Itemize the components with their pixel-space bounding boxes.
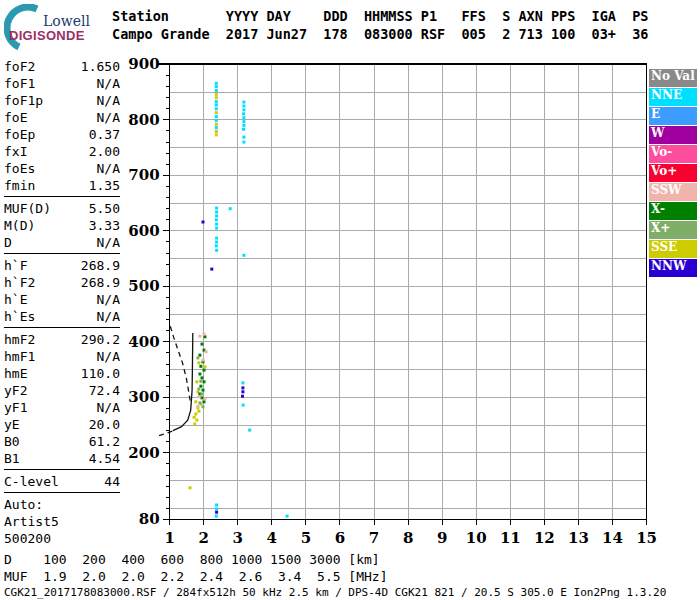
param-value: N/A	[97, 160, 120, 177]
param-label: h`E	[4, 291, 27, 308]
data-point	[215, 227, 218, 230]
data-point	[205, 350, 208, 353]
data-point	[199, 385, 202, 388]
data-point	[286, 515, 289, 518]
data-point	[242, 141, 245, 144]
param-value: 268.9	[81, 257, 120, 274]
param-label: B1	[4, 450, 20, 467]
y-axis-label: 800	[128, 111, 159, 129]
param-label: B0	[4, 433, 20, 450]
legend-item-nnw: NNW	[649, 259, 697, 277]
param-row: yE20.0	[4, 416, 120, 433]
data-point	[215, 130, 218, 133]
header-block: Station YYYY DAY DDD HHMMSS P1 FFS S AXN…	[112, 7, 648, 43]
data-point	[196, 405, 199, 408]
data-point	[215, 133, 218, 136]
param-row: h`F268.9	[4, 257, 120, 274]
data-point	[215, 223, 218, 226]
logo-line1: Lowell	[43, 13, 90, 29]
y-axis-label: 200	[128, 444, 159, 462]
legend-item-e: E	[649, 107, 697, 125]
param-row: foEsN/A	[4, 160, 120, 177]
params-panel: foF21.650foF1N/AfoF1pN/AfoEN/AfoEp0.37fx…	[4, 58, 120, 547]
data-point	[202, 405, 205, 408]
param-label: yE	[4, 416, 20, 433]
lowell-digisonde-logo: Lowell DIGISONDE	[4, 4, 110, 50]
data-point	[242, 124, 245, 127]
data-point	[215, 214, 218, 217]
param-value: N/A	[97, 399, 120, 416]
data-point	[189, 486, 192, 489]
param-row: B14.54	[4, 450, 120, 467]
param-value: N/A	[97, 75, 120, 92]
data-point	[242, 116, 245, 119]
data-point	[241, 390, 244, 393]
data-point	[229, 207, 232, 210]
x-axis-label: 7	[369, 529, 379, 547]
x-axis-label: 14	[602, 529, 623, 547]
curve-profile-solid	[173, 333, 193, 431]
param-value: 5.50	[89, 200, 120, 217]
data-point	[197, 395, 200, 398]
param-value: 72.4	[89, 382, 120, 399]
param-value: 268.9	[81, 274, 120, 291]
data-point	[215, 126, 218, 129]
data-point	[203, 380, 206, 383]
header-row2: Campo Grande 2017 Jun27 178 083000 RSF 0…	[112, 26, 648, 42]
data-point	[202, 389, 205, 392]
data-point	[215, 511, 218, 514]
param-divider	[4, 492, 120, 493]
param-divider	[4, 327, 120, 328]
data-point	[242, 108, 245, 111]
param-value: N/A	[97, 92, 120, 109]
data-point	[199, 365, 202, 368]
data-point	[193, 423, 196, 426]
data-point	[199, 380, 202, 383]
legend-item-x: X-	[649, 202, 697, 220]
data-point	[248, 429, 251, 432]
legend-item-nne: NNE	[649, 88, 697, 106]
axes: 9008007006005004003002008012345678910111…	[128, 55, 657, 547]
param-value: 1.650	[81, 58, 120, 75]
param-value: N/A	[97, 109, 120, 126]
param-label: MUF(D)	[4, 200, 51, 217]
data-point	[201, 343, 204, 346]
data-point	[203, 333, 206, 336]
param-label: h`Es	[4, 308, 35, 325]
y-axis-label: 900	[128, 55, 159, 73]
status-line: CGK21_2017178083000.RSF / 284fx512h 50 k…	[4, 586, 666, 599]
param-value: 20.0	[89, 416, 120, 433]
data-point	[241, 386, 244, 389]
param-row: hmF2290.2	[4, 331, 120, 348]
x-axis-label: 6	[335, 529, 345, 547]
param-label: C-level	[4, 473, 59, 490]
data-point	[203, 369, 206, 372]
x-axis-label: 15	[636, 529, 657, 547]
param-value: N/A	[97, 348, 120, 365]
data-point	[215, 89, 218, 92]
param-value: 0.37	[89, 126, 120, 143]
series-sse	[189, 93, 218, 489]
param-row: fxI2.00	[4, 143, 120, 160]
muf-row: MUF 1.9 2.0 2.0 2.2 2.4 2.6 3.4 5.5 [MHz…	[4, 569, 388, 584]
data-point	[198, 354, 201, 357]
param-footer-line: 500200	[4, 530, 120, 547]
data-point	[203, 400, 206, 403]
param-row: foF1pN/A	[4, 92, 120, 109]
data-point	[198, 401, 201, 404]
data-point	[242, 404, 245, 407]
x-axis-label: 11	[500, 529, 521, 547]
direction-legend: No ValNNEEWVo-Vo+SSWX-X+SSENNW	[649, 69, 697, 278]
data-point	[215, 100, 218, 103]
data-point	[215, 241, 218, 244]
param-value: N/A	[97, 291, 120, 308]
data-point	[215, 244, 218, 247]
param-label: h`F	[4, 257, 27, 274]
param-footer-line: Auto:	[4, 496, 120, 513]
data-point	[215, 82, 218, 85]
param-row: foEN/A	[4, 109, 120, 126]
data-point	[242, 105, 245, 108]
legend-item-ssw: SSW	[649, 183, 697, 201]
data-point	[242, 136, 245, 139]
param-label: foF1	[4, 75, 35, 92]
